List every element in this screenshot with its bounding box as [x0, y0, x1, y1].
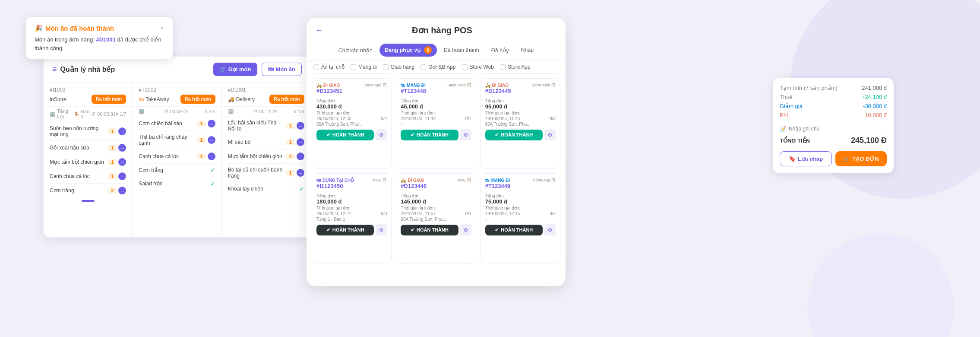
order-more-btn-3[interactable]: ⊕: [544, 129, 556, 140]
hoan-thanh-btn-1[interactable]: ✔ HOÀN THÀNH: [316, 130, 374, 140]
col-meta-2: 🏢 - ⏱ 00:09:45 # 2/5: [133, 107, 221, 116]
checkbox-gofb-app[interactable]: [420, 64, 426, 70]
order-id-5: #D123446: [401, 183, 427, 189]
list-item: Salad trộn ✓: [133, 178, 221, 189]
col-header-2: #T1002 🛍 TakeAway Ra hết món: [133, 83, 221, 107]
order-id-1: #D123451: [316, 88, 342, 94]
pos-filters: Ăn tại chỗ Mang đi Giao hàng GoF&B App S…: [307, 60, 566, 74]
order-source-1: Store App 📋: [364, 83, 387, 87]
kitchen-columns: #I1003 InStore Ra hết món 🏢 Tầng trệt 🪑 …: [44, 83, 310, 237]
order-more-btn-1[interactable]: ⊕: [376, 129, 387, 140]
order-more-btn-6[interactable]: ⊕: [544, 224, 556, 235]
item-arrow-btn[interactable]: →: [208, 136, 215, 144]
kitchen-header: ≡ Quản lý nhà bếp 🛒 Gọi món 🍽 Món ăn: [44, 57, 310, 83]
order-actions-3: ✔ HOÀN THÀNH ⊕: [485, 129, 556, 140]
item-arrow-btn[interactable]: →: [118, 127, 126, 135]
list-item: Suôn heo nôn nướng mật ong 1→: [44, 123, 132, 140]
filter-giao-hang[interactable]: Giao hàng: [383, 64, 414, 70]
tab-nhap[interactable]: Nháp: [515, 45, 539, 56]
order-type-6: 🛍 MANG ĐI: [485, 178, 511, 183]
item-arrow-btn[interactable]: →: [118, 158, 126, 166]
luu-nhap-button[interactable]: 🔖 Lưu nháp: [780, 151, 832, 166]
item-arrow-btn[interactable]: →: [118, 144, 126, 152]
item-arrow-btn[interactable]: →: [118, 187, 126, 194]
order-type-1: 🛵 ĐI GIAO: [316, 83, 342, 88]
order-card-5: 🛵 ĐI GIAO #D123446 POS 📋 Tổng đơn: 145,0…: [396, 173, 476, 264]
order-actions-4: ✔ HOÀN THÀNH ⊕: [316, 224, 387, 235]
order-card-header-5: 🛵 ĐI GIAO #D123446 POS 📋: [401, 178, 471, 191]
order-source-2: Store Web 📋: [447, 83, 471, 87]
filter-store-web[interactable]: Store Web: [462, 64, 494, 70]
checkbox-store-web[interactable]: [462, 64, 468, 70]
cart-subtotal-row: Tạm tính (7 sản phẩm) 241,000 đ: [780, 85, 887, 91]
order-source-4: POS 📋: [373, 178, 387, 182]
col-id-1: #I1003: [50, 87, 126, 93]
tab-dang-phuc-vu[interactable]: Đang phục vụ 8: [379, 44, 437, 57]
tab-da-hoan-thanh[interactable]: Đã hoàn thành: [439, 45, 484, 56]
order-card-6: 🛍 MANG ĐI #T123449 Store App 📋 Tổng đơn:…: [481, 173, 560, 264]
notification-emoji: 🎉: [35, 24, 43, 32]
checkbox-store-app[interactable]: [500, 64, 506, 70]
notification-close-btn[interactable]: ×: [161, 25, 164, 32]
pos-orders-grid: 🛵 ĐI GIAO #D123451 Store App 📋 Tổng đơn:…: [307, 74, 566, 268]
tao-don-button[interactable]: 🛒 TẠO ĐƠN: [835, 151, 887, 166]
check-icon-6: ✔: [495, 227, 499, 233]
order-actions-6: ✔ HOÀN THÀNH ⊕: [485, 224, 556, 235]
filter-gofb-app[interactable]: GoF&B App: [420, 64, 455, 70]
source-icon-1: 📋: [382, 83, 387, 87]
hoan-thanh-btn-2[interactable]: ✔ HOÀN THÀNH: [401, 130, 458, 140]
ra-het-btn-3[interactable]: Ra hết món: [269, 95, 304, 104]
order-id-2: #T123448: [401, 88, 426, 94]
order-type-4: 🍽 DÙNG TẠI CHỖ: [316, 178, 354, 183]
hoan-thanh-btn-6[interactable]: ✔ HOÀN THÀNH: [485, 225, 543, 235]
item-arrow-btn[interactable]: →: [297, 122, 304, 130]
cart-plus-icon: 🛒: [843, 156, 850, 162]
order-more-btn-4[interactable]: ⊕: [376, 224, 387, 235]
pos-back-btn[interactable]: ←: [315, 26, 323, 35]
item-arrow-btn[interactable]: →: [118, 172, 126, 180]
checkbox-giao-hang[interactable]: [383, 64, 389, 70]
ra-het-btn-1[interactable]: Ra hết món: [92, 95, 126, 104]
goi-mon-button[interactable]: 🛒 Gọi món: [213, 63, 257, 76]
takeaway-icon-2: 🛍: [401, 83, 405, 88]
item-arrow-btn[interactable]: →: [297, 153, 304, 160]
tab-cho-xac-nhan[interactable]: Chờ xác nhận: [333, 45, 378, 56]
pos-tabs: Chờ xác nhận Đang phục vụ 8 Đã hoàn thàn…: [307, 40, 566, 60]
order-id-3: #D123445: [485, 88, 511, 94]
hoan-thanh-btn-3[interactable]: ✔ HOÀN THÀNH: [485, 130, 543, 140]
cart-fee-row: Phí 10,000 đ: [780, 112, 887, 118]
order-card-header-6: 🛍 MANG ĐI #T123449 Store App 📋: [485, 178, 556, 191]
filter-store-app[interactable]: Store App: [500, 64, 531, 70]
col-type-3: 🚚 Delivery: [228, 96, 255, 102]
checkbox-an-tai-cho[interactable]: [313, 64, 319, 70]
item-arrow-btn[interactable]: →: [297, 169, 304, 177]
checkbox-mang-di[interactable]: [351, 64, 356, 70]
notification-header: 🎉 Món ăn đã hoàn thành ×: [35, 24, 164, 32]
list-item: Mực tẩm bột chiên giòn 1→: [222, 150, 310, 162]
source-icon-6: 📋: [551, 178, 556, 182]
col-id-3: #D1001: [228, 87, 304, 93]
list-item: Gỏi xoài hầu sữa 1→: [44, 142, 132, 154]
note-input[interactable]: [789, 126, 885, 132]
mon-an-button[interactable]: 🍽 Món ăn: [262, 63, 302, 76]
tab-da-huy[interactable]: Đã hủy: [486, 45, 514, 56]
col-meta-1: 🏢 Tầng trệt 🪑 Bàn 3 ⏱ 00:05:31 # 1/7: [44, 107, 132, 121]
ra-het-btn-2[interactable]: Ra hết món: [180, 95, 215, 104]
hoan-thanh-btn-5[interactable]: ✔ HOÀN THÀNH: [401, 225, 458, 235]
item-arrow-btn[interactable]: →: [208, 120, 215, 127]
notification-body: Món ăn trong đơn hàng: #D1001 đã được ch…: [35, 35, 164, 52]
item-arrow-btn[interactable]: →: [297, 138, 304, 146]
order-more-btn-5[interactable]: ⊕: [460, 224, 471, 235]
item-arrow-btn[interactable]: →: [208, 153, 215, 160]
filter-mang-di[interactable]: Mang đi: [351, 64, 377, 70]
hoan-thanh-btn-4[interactable]: ✔ HOÀN THÀNH: [316, 225, 374, 235]
cart-divider: [780, 122, 887, 122]
pos-panel: ← Đơn hàng POS Chờ xác nhận Đang phục vụ…: [307, 18, 566, 286]
col-items-2: Cơm chiên hải sản 1→ Thịt ba chỉ rang ch…: [133, 116, 221, 191]
col-type-2: 🛍 TakeAway: [139, 96, 169, 102]
cart-icon: 🛒: [219, 66, 226, 73]
order-more-btn-2[interactable]: ⊕: [460, 129, 471, 140]
order-actions-5: ✔ HOÀN THÀNH ⊕: [401, 224, 471, 235]
filter-an-tai-cho[interactable]: Ăn tại chỗ: [313, 64, 345, 70]
cart-note-row: 📝 ›: [780, 126, 887, 132]
